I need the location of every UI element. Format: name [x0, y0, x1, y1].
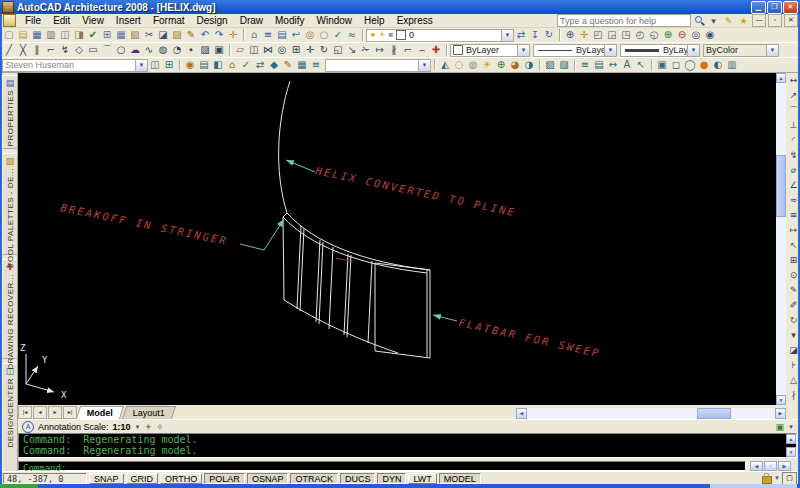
- menu-draw[interactable]: Draw: [234, 14, 269, 27]
- synchronize-project-icon[interactable]: ⇄: [253, 58, 267, 72]
- hatch-icon[interactable]: ▨: [198, 43, 212, 57]
- palette-tab-drawing-recovery[interactable]: ✚ DRAWING RECOVER...: [2, 259, 18, 359]
- lineweight-control-combo[interactable]: ByLayer ▼: [620, 44, 700, 57]
- spell-check-icon[interactable]: ✔: [86, 28, 100, 42]
- scale-icon[interactable]: ◱: [331, 43, 345, 57]
- open-icon[interactable]: ▤: [16, 28, 30, 42]
- toolbar-lock-icon[interactable]: ▣: [776, 422, 785, 432]
- lineweight-dropdown-icon[interactable]: ▼: [687, 45, 699, 56]
- layer-off-icon[interactable]: ○: [317, 28, 331, 42]
- zoom-all-icon[interactable]: ◎: [689, 28, 703, 42]
- schedule-styles-icon[interactable]: ▦: [295, 58, 309, 72]
- plot-preview-icon[interactable]: ◫: [58, 28, 72, 42]
- menu-edit[interactable]: Edit: [47, 14, 76, 27]
- communication-center-icon[interactable]: ✎: [722, 15, 735, 27]
- cut-icon[interactable]: ✂: [142, 28, 156, 42]
- aec-project-standards-icon[interactable]: ✓: [239, 58, 253, 72]
- copy-clip-icon[interactable]: ◪: [156, 28, 170, 42]
- offset-icon[interactable]: ◎: [275, 43, 289, 57]
- toggle-dyn[interactable]: DYN: [377, 473, 406, 484]
- tab-layout1[interactable]: Layout1: [122, 406, 176, 419]
- display-manager-icon[interactable]: ◧: [211, 58, 225, 72]
- circle-icon[interactable]: ○: [114, 43, 128, 57]
- layer-combo-dropdown-icon[interactable]: ▼: [501, 30, 513, 41]
- zoom-in-icon[interactable]: ⊕: [661, 28, 675, 42]
- move-icon[interactable]: ✛: [303, 43, 317, 57]
- project-browser-icon[interactable]: ◫: [148, 58, 162, 72]
- scroll-right-icon[interactable]: ▶: [775, 408, 786, 419]
- menu-window[interactable]: Window: [310, 14, 358, 27]
- command-input[interactable]: Command:: [18, 461, 746, 471]
- layer-states-icon[interactable]: ▤: [275, 28, 289, 42]
- explode-icon[interactable]: ✚: [429, 43, 443, 57]
- menu-file[interactable]: File: [19, 14, 47, 27]
- scroll-up-icon[interactable]: ▲: [776, 73, 786, 83]
- palette-tab-tool-palettes[interactable]: ▨ TOOL PALETTES - DE...: [2, 153, 18, 255]
- layer-key-styles-icon[interactable]: ≡: [578, 58, 592, 72]
- tab-model[interactable]: Model: [76, 406, 124, 419]
- materials-icon[interactable]: ◕: [508, 58, 522, 72]
- command-scroll-down-icon[interactable]: ▼: [786, 447, 796, 457]
- toolbar-window-lock-icon[interactable]: [762, 476, 772, 484]
- mdi-restore-icon[interactable]: ▫: [768, 14, 782, 27]
- hide-objects-icon[interactable]: ◍: [466, 58, 480, 72]
- command-splitter-icon[interactable]: ▫: [764, 461, 777, 471]
- pan-realtime-icon[interactable]: ✛: [577, 28, 591, 42]
- toggle-snap[interactable]: SNAP: [89, 473, 124, 484]
- match-properties-icon[interactable]: ✎: [184, 28, 198, 42]
- scroll-left-icon[interactable]: ◀: [516, 408, 527, 419]
- qnew-icon[interactable]: ▢: [2, 28, 16, 42]
- layer-walk-icon[interactable]: ≈: [345, 28, 359, 42]
- toggle-polar[interactable]: POLAR: [204, 473, 245, 484]
- workspace-icon[interactable]: ⌂: [247, 28, 261, 42]
- detail-component-manager-icon[interactable]: ◆: [267, 58, 281, 72]
- save-icon[interactable]: ▦: [30, 28, 44, 42]
- layer-match-icon[interactable]: ⇄: [514, 28, 528, 42]
- minimize-button[interactable]: ▁: [751, 1, 766, 14]
- sheet-set-manager-icon[interactable]: ▧: [128, 28, 142, 42]
- help-search-input[interactable]: [557, 14, 691, 27]
- command-scroll-up-icon[interactable]: ▲: [786, 434, 796, 444]
- rectangle-icon[interactable]: ▭: [86, 43, 100, 57]
- paste-icon[interactable]: ▨: [170, 28, 184, 42]
- project-profile-combo[interactable]: Steven Huseman ▼: [2, 59, 148, 72]
- ellipse-icon[interactable]: ◍: [156, 43, 170, 57]
- line-icon[interactable]: ╱: [2, 43, 16, 57]
- toggle-lwt[interactable]: LWT: [408, 473, 436, 484]
- vertical-scroll-thumb[interactable]: [776, 155, 786, 217]
- start-button-edge[interactable]: [0, 484, 38, 488]
- next-tab-icon[interactable]: ▸: [48, 406, 62, 419]
- command-scroll-right-icon[interactable]: ▶: [778, 461, 791, 471]
- command-history[interactable]: Command: Regenerating model. Command: Re…: [18, 433, 797, 458]
- zoom-window-icon[interactable]: ◰: [591, 28, 605, 42]
- menu-insert[interactable]: Insert: [110, 14, 147, 27]
- menu-design[interactable]: Design: [191, 14, 234, 27]
- fillet-icon[interactable]: ⌢: [415, 43, 429, 57]
- array-icon[interactable]: ⊞: [289, 43, 303, 57]
- zoom-center-icon[interactable]: ◴: [633, 28, 647, 42]
- undo-icon[interactable]: ↶: [198, 28, 212, 42]
- toggle-ortho[interactable]: ORTHO: [160, 473, 202, 484]
- sphere-icon[interactable]: ●: [697, 58, 711, 72]
- zoom-realtime-icon[interactable]: ⊕: [563, 28, 577, 42]
- text-style-manager-icon[interactable]: A: [620, 58, 634, 72]
- content-library-icon[interactable]: ▥: [725, 58, 739, 72]
- coordinate-display[interactable]: 48, -387, 0: [3, 473, 87, 484]
- layer-update-icon[interactable]: ↻: [542, 28, 556, 42]
- chamfer-icon[interactable]: ⌐: [401, 43, 415, 57]
- revision-cloud-icon[interactable]: ☁: [128, 43, 142, 57]
- render-quick-icon[interactable]: ◐: [711, 58, 725, 72]
- annotation-style-icon[interactable]: ▣: [655, 58, 669, 72]
- project-navigator-icon[interactable]: ⊞: [162, 58, 176, 72]
- zoom-dynamic-icon[interactable]: ◲: [605, 28, 619, 42]
- mdi-close-icon[interactable]: ✕: [784, 14, 798, 27]
- drawing-canvas[interactable]: BREAKOFF IN STRINGER HELIX CONVERTED TO …: [18, 73, 776, 405]
- color-control-combo[interactable]: ByLayer ▼: [450, 44, 530, 57]
- make-current-icon[interactable]: ✓: [331, 28, 345, 42]
- 3d-polyline-icon[interactable]: ↯: [58, 43, 72, 57]
- command-scrollbar[interactable]: ▲ ▼: [786, 434, 796, 457]
- palette-tab-designcenter[interactable]: ◫ DESIGNCENTER: [2, 363, 18, 472]
- autoscale-icon[interactable]: ✦: [145, 422, 153, 432]
- clean-screen-icon[interactable]: ▢: [782, 472, 797, 485]
- wireframe-geometry[interactable]: [279, 81, 430, 358]
